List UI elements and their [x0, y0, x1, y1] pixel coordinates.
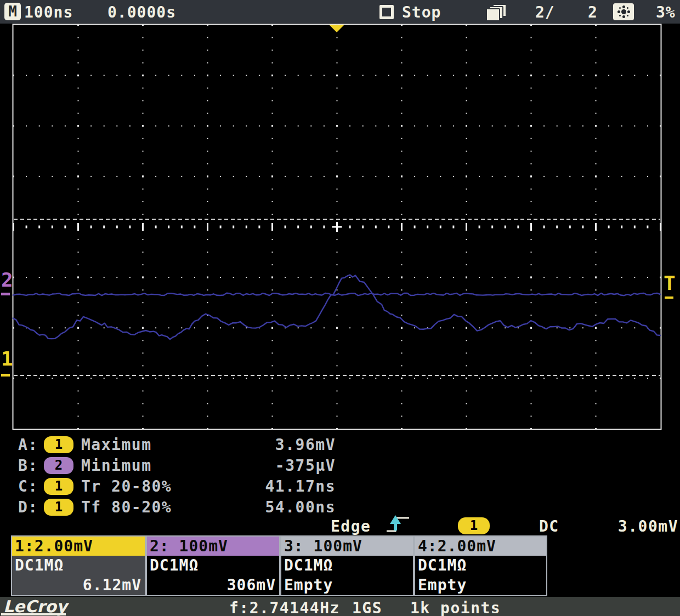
channel4-descriptor-box[interactable]: 4:2.00mV DC1MΩ Empty — [414, 535, 547, 596]
ch1-zero-marker[interactable]: 1 — [1, 350, 13, 368]
edge-trigger-icon — [385, 514, 418, 536]
ch2-zero-dash — [1, 293, 10, 295]
channel1-descriptor-box[interactable]: 1:2.00mV DC1MΩ ΔV 6.12mV — [11, 535, 146, 596]
channel4-scale: 4:2.00mV — [415, 537, 546, 556]
oscilloscope-screen: M 100ns 0.0000s Stop 2/ 2 3% 2 1 T A: 1 … — [0, 0, 680, 616]
measurement-row: B: 2 Minimum -375µV — [0, 455, 340, 476]
channel3-status: Empty — [281, 575, 413, 595]
waveform-graticule — [12, 24, 662, 430]
channel4-status: Empty — [415, 575, 546, 595]
ch1-zero-dash — [1, 374, 10, 377]
channel2-descriptor-box[interactable]: 2: 100mV DC1MΩ ΔV 306mV — [146, 535, 280, 596]
channel2-scale: 2: 100mV — [147, 537, 279, 556]
meas-value: 54.00ns — [181, 498, 336, 516]
meas-slot: B: — [18, 457, 38, 475]
channel2-measure-row: ΔV 306mV — [147, 575, 279, 595]
trigger-level-dash — [665, 296, 673, 299]
channel3-coupling: DC1MΩ — [281, 556, 413, 575]
frequency-readout: f:2.74144Hz — [229, 599, 340, 616]
segment-total: 2 — [588, 3, 598, 21]
acquisition-status[interactable]: Stop — [402, 3, 441, 21]
channel-badge: 1 — [44, 478, 73, 495]
meas-value: -375µV — [181, 457, 336, 475]
trigger-delay-value[interactable]: 0.0000s — [107, 3, 176, 21]
channel-badge: 2 — [44, 457, 73, 474]
meas-value: 3.96mV — [181, 436, 336, 454]
meas-slot: C: — [18, 477, 38, 495]
channel1-meas-value: 6.12mV — [83, 575, 141, 595]
sample-rate: 1GS — [352, 599, 382, 616]
channel1-measure-row: ΔV 6.12mV — [12, 575, 145, 595]
channel4-coupling: DC1MΩ — [415, 556, 546, 575]
meas-slot: A: — [18, 436, 38, 454]
meas-slot: D: — [18, 498, 38, 516]
trigger-source-badge[interactable]: 1 — [458, 517, 490, 534]
channel2-coupling: DC1MΩ — [147, 556, 279, 575]
measurement-row: C: 1 Tr 20-80% 41.17ns — [0, 476, 340, 497]
segment-current: 2/ — [535, 3, 555, 21]
intensity-icon[interactable] — [613, 3, 634, 20]
measurement-row: D: 1 Tf 80-20% 54.00ns — [0, 497, 340, 518]
trigger-type[interactable]: Edge — [331, 517, 371, 535]
meas-name: Tf 80-20% — [81, 498, 172, 516]
meas-name: Maximum — [81, 436, 152, 454]
top-menubar: M 100ns 0.0000s Stop 2/ 2 3% — [0, 0, 680, 24]
record-length: 1k points — [410, 599, 501, 616]
channel-badge: 1 — [44, 499, 73, 516]
trigger-coupling[interactable]: DC — [539, 517, 559, 535]
stop-icon[interactable] — [379, 5, 394, 19]
channel1-scale: 1:2.00mV — [12, 537, 145, 556]
logo-underline — [1, 613, 66, 615]
channel1-coupling: DC1MΩ — [12, 556, 145, 575]
segments-icon[interactable] — [486, 4, 508, 20]
timebase-value[interactable]: 100ns — [24, 3, 73, 21]
trigger-level-value[interactable]: 3.00mV — [603, 517, 678, 535]
measurement-row: A: 1 Maximum 3.96mV — [0, 435, 340, 455]
meas-value: 41.17ns — [181, 477, 336, 495]
timebase-mode-icon[interactable]: M — [4, 3, 21, 20]
channel-badge: 1 — [44, 436, 73, 453]
channel2-meas-value: 306mV — [227, 575, 276, 595]
intensity-value: 3% — [656, 3, 676, 21]
ch2-zero-marker[interactable]: 2 — [1, 271, 13, 289]
trigger-level-marker[interactable]: T — [664, 274, 676, 293]
channel3-scale: 3: 100mV — [281, 537, 413, 556]
bottom-statusbar: LeCroy f:2.74144Hz 1GS 1k points — [0, 597, 680, 616]
meas-name: Minimum — [81, 457, 152, 475]
channel3-descriptor-box[interactable]: 3: 100mV DC1MΩ Empty — [280, 535, 414, 596]
meas-name: Tr 20-80% — [81, 477, 172, 495]
